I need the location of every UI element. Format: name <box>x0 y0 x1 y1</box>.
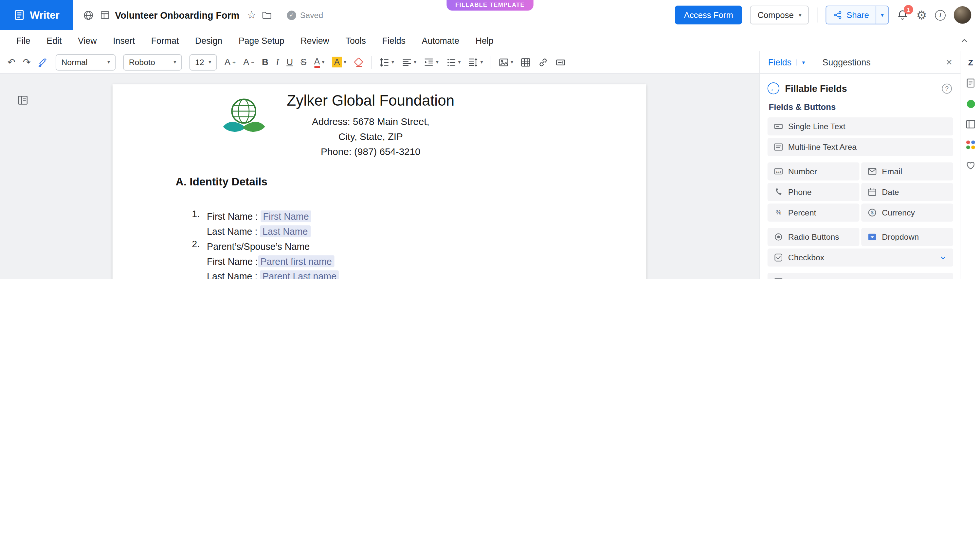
document-page[interactable]: Zylker Global Foundation Address: 5678 M… <box>113 84 646 279</box>
single-line-text-icon <box>774 122 783 131</box>
bold-icon[interactable]: B <box>262 57 269 67</box>
field-multi-line-text-area[interactable]: Multi-line Text Area <box>768 138 953 156</box>
document-title[interactable]: Volunteer Onboarding Form <box>115 10 239 20</box>
fields-panel: Fields ▾ Suggestions ✕ ← Fillable Fields… <box>759 51 961 279</box>
insert-link-icon[interactable] <box>538 57 549 67</box>
underline-icon[interactable]: U <box>286 57 293 67</box>
insert-table-icon[interactable] <box>521 57 531 67</box>
redo-icon[interactable]: ↷ <box>23 57 31 67</box>
page-panel-icon[interactable] <box>18 95 28 105</box>
menu-file[interactable]: File <box>8 36 39 46</box>
increase-font-icon[interactable]: A+ <box>224 57 235 67</box>
tab-suggestions[interactable]: Suggestions <box>822 51 871 73</box>
font-family-value: Roboto <box>129 57 155 67</box>
field-number[interactable]: 123 Number <box>768 162 859 180</box>
topbar: Writer Volunteer Onboarding Form ☆ ✓ Sav… <box>0 0 980 30</box>
paragraph-spacing-icon[interactable]: ▾ <box>468 57 483 67</box>
insert-image-icon[interactable]: ▾ <box>499 57 514 67</box>
menu-view[interactable]: View <box>70 36 105 46</box>
access-form-button[interactable]: Access Form <box>675 6 742 24</box>
font-size-select[interactable]: 12▾ <box>189 54 217 70</box>
field-currency[interactable]: $ Currency <box>861 203 953 221</box>
menu-fields[interactable]: Fields <box>374 36 414 46</box>
favorite-star-icon[interactable]: ☆ <box>247 8 256 22</box>
document-canvas[interactable]: Zylker Global Foundation Address: 5678 M… <box>0 74 759 279</box>
format-painter-icon[interactable] <box>38 57 48 67</box>
compose-button[interactable]: Compose ▾ <box>750 6 809 24</box>
chevron-down-icon[interactable] <box>939 254 947 261</box>
field-radio-buttons[interactable]: Radio Buttons <box>768 228 859 246</box>
org-name: Zylker Global Foundation <box>264 92 477 109</box>
close-panel-icon[interactable]: ✕ <box>946 57 953 67</box>
align-icon[interactable]: ▾ <box>402 57 416 67</box>
menu-help[interactable]: Help <box>468 36 502 46</box>
help-icon[interactable]: ? <box>942 83 952 94</box>
menu-format[interactable]: Format <box>143 36 187 46</box>
list-icon[interactable]: ▾ <box>446 57 461 67</box>
field-email[interactable]: Email <box>861 162 953 180</box>
document-info-icon[interactable] <box>965 78 976 89</box>
menu-insert[interactable]: Insert <box>105 36 143 46</box>
field-percent[interactable]: % Percent <box>768 203 859 221</box>
menu-automate[interactable]: Automate <box>414 36 468 46</box>
resources-icon[interactable] <box>965 160 976 171</box>
globe-icon[interactable] <box>83 10 94 20</box>
last-name-field[interactable]: Last Name <box>260 225 310 237</box>
menu-page-setup[interactable]: Page Setup <box>231 36 292 46</box>
workspace-icon[interactable] <box>100 10 110 20</box>
apps-icon[interactable] <box>965 139 976 151</box>
menu-review[interactable]: Review <box>292 36 337 46</box>
highlight-color-icon[interactable]: A▾ <box>332 57 347 67</box>
tab-fields[interactable]: Fields ▾ <box>768 51 805 73</box>
svg-text:%: % <box>775 209 781 216</box>
chevron-down-icon[interactable] <box>939 278 947 279</box>
side-icon-strip: Z <box>961 51 980 279</box>
clear-format-icon[interactable] <box>354 57 364 67</box>
writer-logo[interactable]: Writer <box>0 0 73 30</box>
user-avatar[interactable] <box>954 6 971 24</box>
share-button[interactable]: Share ▾ <box>826 6 889 24</box>
settings-gear-icon[interactable]: ⚙ <box>916 8 927 22</box>
field-single-line-text[interactable]: Single Line Text <box>768 117 953 135</box>
navigator-icon[interactable] <box>965 119 976 130</box>
document-score-icon[interactable] <box>965 98 976 109</box>
notifications-bell-icon[interactable]: 1 <box>897 10 908 21</box>
text-color-icon[interactable]: A▾ <box>314 57 325 68</box>
checkbox-icon <box>774 253 783 262</box>
menu-tools[interactable]: Tools <box>337 36 374 46</box>
number-icon: 123 <box>774 167 783 176</box>
folder-icon[interactable] <box>262 10 272 20</box>
insert-fillable-field-icon[interactable] <box>556 57 566 67</box>
paragraph-style-select[interactable]: Normal▾ <box>56 54 116 70</box>
parent-first-name-field[interactable]: Parent first name <box>258 255 334 267</box>
email-icon <box>867 167 877 176</box>
strikethrough-icon[interactable]: S <box>301 57 306 67</box>
menu-design[interactable]: Design <box>187 36 231 46</box>
svg-text:$: $ <box>871 210 873 215</box>
fields-tab-dropdown-icon[interactable]: ▾ <box>796 59 805 65</box>
italic-icon[interactable]: I <box>276 57 279 67</box>
line-spacing-icon[interactable]: ▾ <box>380 57 395 67</box>
parent-last-name-field[interactable]: Parent Last name <box>260 270 339 279</box>
field-checkbox[interactable]: Checkbox <box>768 249 953 266</box>
compose-label: Compose <box>757 11 794 20</box>
first-name-field[interactable]: First Name <box>261 210 311 222</box>
share-dropdown-icon[interactable]: ▾ <box>876 6 888 24</box>
section-a-heading: A. Identity Details <box>176 176 646 189</box>
indent-icon[interactable]: ▾ <box>424 57 439 67</box>
field-date[interactable]: Date <box>861 183 953 201</box>
paragraph-style-value: Normal <box>61 57 88 67</box>
org-phone: Phone: (987) 654-3210 <box>264 144 477 159</box>
back-icon[interactable]: ← <box>768 82 780 94</box>
collapse-toolbar-icon[interactable] <box>960 36 969 45</box>
font-family-select[interactable]: Roboto▾ <box>123 54 182 70</box>
notification-badge: 1 <box>904 5 913 14</box>
undo-icon[interactable]: ↶ <box>8 57 15 67</box>
field-dropdown[interactable]: Dropdown <box>861 228 953 246</box>
menu-edit[interactable]: Edit <box>39 36 70 46</box>
decrease-font-icon[interactable]: A− <box>243 57 255 67</box>
field-subform-table[interactable]: Subform Table <box>768 273 953 279</box>
field-phone[interactable]: Phone <box>768 183 859 201</box>
info-icon[interactable]: i <box>935 10 946 20</box>
zia-icon[interactable]: Z <box>965 57 976 68</box>
